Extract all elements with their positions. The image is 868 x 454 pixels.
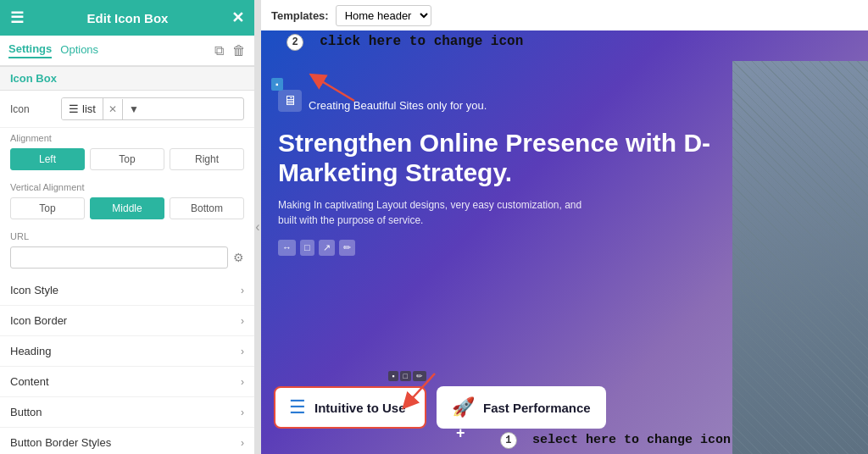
hero-title: Strengthen Online Presence with D-Market… [278, 129, 732, 187]
chevron-right-icon: › [241, 315, 244, 327]
valign-top-button[interactable]: Top [10, 197, 85, 219]
hero-tagline-icon: 🖥 [278, 90, 302, 112]
delete-icon[interactable]: 🗑 [232, 43, 246, 58]
row-label-1: Icon Border [10, 314, 67, 327]
card-mini-toolbar: ▪ □ ✏ [388, 371, 426, 381]
templates-label: Templates: [271, 9, 329, 22]
copy-icon[interactable]: ⧉ [214, 43, 224, 58]
hero-tagline-text: Creating Beautiful Sites only for you. [309, 99, 487, 112]
icon-cards-row: ▪ □ ✏ ☰ Intuitive to Use 🚀 Fast Performa… [274, 386, 606, 429]
toolbar-icon-4[interactable]: ✏ [339, 240, 355, 256]
row-label-5: Button Border Styles [10, 436, 111, 449]
align-left-button[interactable]: Left [10, 148, 85, 170]
row-label-0: Icon Style [10, 284, 58, 296]
hero-photo [732, 61, 868, 454]
tab-options[interactable]: Options [60, 43, 98, 58]
template-select[interactable]: Home header [336, 5, 431, 26]
url-input[interactable] [10, 246, 228, 269]
annotation-top: 2 click here to change icon [287, 34, 523, 51]
hamburger-icon[interactable]: ☰ [10, 8, 24, 27]
hero-section: 2 click here to change icon ▪ 🖥 Creating… [261, 30, 868, 454]
icon-preview[interactable]: ☰ list [62, 98, 103, 119]
url-label: URL [0, 226, 254, 243]
toolbar-icon-2[interactable]: □ [300, 240, 314, 256]
expandable-row-icon-style[interactable]: Icon Style› [0, 275, 254, 306]
expandable-row-heading[interactable]: Heading› [0, 336, 254, 367]
panel-title: Edit Icon Box [24, 11, 231, 25]
tab-settings[interactable]: Settings [8, 42, 52, 58]
card-toolbar-icon-3[interactable]: ✏ [413, 371, 426, 381]
hero-content: 🖥 Creating Beautiful Sites only for you.… [278, 90, 732, 266]
annotation-top-text: click here to change icon [320, 34, 523, 49]
section-label: Icon Box [0, 66, 254, 91]
card-performance-icon: 🚀 [452, 396, 475, 418]
small-icon-indicator: ▪ [271, 78, 283, 91]
alignment-label: Alignment [0, 128, 254, 145]
row-label-2: Heading [10, 345, 51, 357]
add-card-icon[interactable]: + [456, 424, 465, 442]
chevron-right-icon: › [241, 346, 244, 357]
expandable-rows: Icon Style›Icon Border›Heading›Content›B… [0, 275, 254, 454]
expandable-row-button[interactable]: Button› [0, 397, 254, 428]
clear-icon-button[interactable]: ✕ [103, 99, 123, 119]
vertical-alignment-label: Vertical Alignment [0, 177, 254, 194]
icon-field-label: Icon [10, 103, 61, 115]
chevron-down-icon[interactable]: ▼ [123, 99, 145, 119]
url-settings-icon[interactable]: ⚙ [233, 251, 244, 264]
valign-middle-button[interactable]: Middle [90, 197, 164, 219]
card-performance-text: Fast Performance [483, 401, 591, 415]
url-row: ⚙ [0, 243, 254, 275]
align-right-button[interactable]: Right [170, 148, 244, 170]
icon-field-row: Icon ☰ list ✕ ▼ [0, 91, 254, 128]
annotation-number-1: 1 [500, 432, 517, 449]
card-intuitive-icon: ☰ [289, 396, 306, 418]
panel-tabs: Settings Options ⧉ 🗑 [0, 36, 254, 66]
hero-tagline: 🖥 Creating Beautiful Sites only for you. [278, 90, 732, 120]
main-area: Templates: Home header 2 click here to c… [261, 0, 868, 454]
card-performance[interactable]: 🚀 Fast Performance [437, 386, 606, 429]
card-intuitive[interactable]: ☰ Intuitive to Use [274, 386, 426, 429]
top-bar: Templates: Home header [261, 0, 868, 32]
row-label-3: Content [10, 375, 49, 388]
left-panel: ☰ Edit Icon Box ✕ Settings Options ⧉ 🗑 I… [0, 0, 254, 454]
mini-toolbar: ↔ □ ↗ ✏ [278, 240, 732, 256]
align-top-button[interactable]: Top [90, 148, 164, 170]
row-label-4: Button [10, 406, 42, 418]
chevron-right-icon: › [241, 437, 244, 449]
card-intuitive-wrapper: ▪ □ ✏ ☰ Intuitive to Use [274, 386, 426, 429]
panel-divider[interactable] [254, 0, 261, 454]
vertical-alignment-row: Top Middle Bottom [0, 194, 254, 226]
icon-input-group[interactable]: ☰ list ✕ ▼ [61, 97, 244, 120]
hero-photo-inner [732, 61, 868, 454]
chevron-right-icon: › [241, 285, 244, 296]
toolbar-icon-3[interactable]: ↗ [319, 240, 335, 256]
icon-value-label: list [82, 102, 96, 115]
annotation-number-2: 2 [287, 34, 303, 51]
expandable-row-content[interactable]: Content› [0, 367, 254, 397]
valign-bottom-button[interactable]: Bottom [170, 197, 244, 219]
expandable-row-button-border-styles[interactable]: Button Border Styles› [0, 428, 254, 454]
list-icon: ☰ [69, 102, 79, 115]
card-toolbar-icon-1[interactable]: ▪ [388, 371, 398, 381]
alignment-row: Left Top Right [0, 145, 254, 177]
close-icon[interactable]: ✕ [231, 8, 244, 27]
toolbar-icon-1[interactable]: ↔ [278, 240, 296, 256]
panel-header: ☰ Edit Icon Box ✕ [0, 0, 254, 36]
annotation-bottom-text: select here to change icon [532, 433, 731, 447]
hero-description: Making In captivating Layout designs, ve… [278, 197, 583, 228]
chevron-right-icon: › [241, 407, 244, 418]
chevron-right-icon: › [241, 376, 244, 388]
card-performance-wrapper: 🚀 Fast Performance [437, 386, 606, 429]
expandable-row-icon-border[interactable]: Icon Border› [0, 306, 254, 336]
card-toolbar-icon-2[interactable]: □ [400, 371, 411, 381]
card-intuitive-text: Intuitive to Use [314, 401, 406, 415]
